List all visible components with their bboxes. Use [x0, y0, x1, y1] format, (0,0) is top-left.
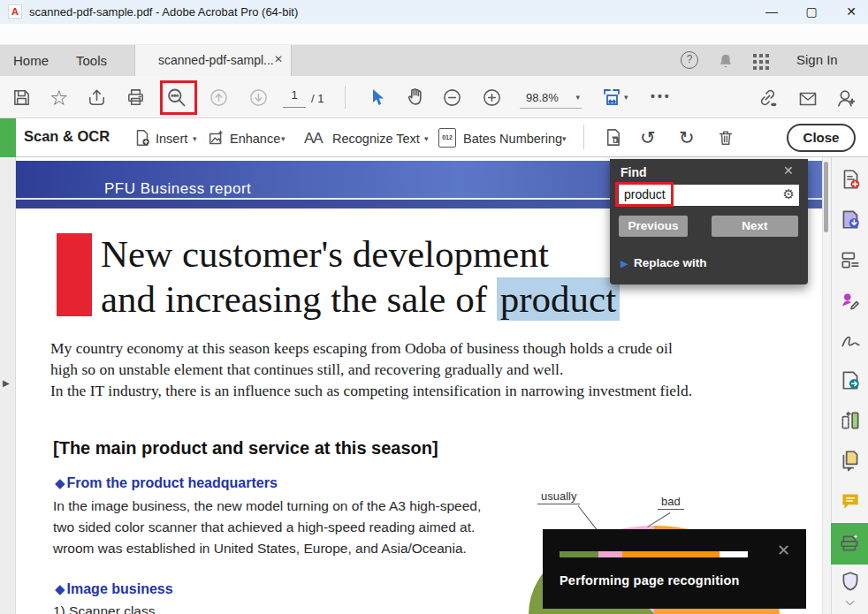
share-link-icon[interactable]	[757, 87, 779, 109]
expand-left-panel-handle[interactable]: ▶	[3, 378, 10, 388]
ocr-toolbar-title: Scan & OCR	[24, 128, 110, 145]
chevron-down-icon[interactable]: ▾	[424, 134, 429, 143]
bates-numbering-dropdown[interactable]: Bates Numbering	[463, 132, 562, 146]
bates-numbering-icon: 012	[438, 128, 456, 148]
page-number-input[interactable]: 1	[283, 88, 306, 108]
paragraph-line: high so on unstable element that continu…	[50, 360, 563, 379]
search-hit-highlight: product	[497, 277, 620, 321]
banner-title: PFU Business report	[104, 180, 251, 198]
insert-pages-icon[interactable]	[133, 128, 152, 148]
tab-home[interactable]: Home	[13, 53, 49, 68]
export-pdf-icon[interactable]	[839, 208, 862, 231]
close-window-button[interactable]: ✕	[838, 2, 864, 21]
minimize-button[interactable]: —	[758, 2, 785, 21]
tab-bar	[0, 45, 868, 76]
chevron-down-icon: ▾	[575, 93, 580, 102]
rotate-clockwise-icon[interactable]: ↻	[679, 127, 695, 148]
page-total-label: / 1	[311, 92, 324, 105]
diamond-bullet-icon: ◆	[55, 475, 65, 490]
find-close-icon[interactable]: ✕	[783, 163, 794, 178]
notifications-bell-icon[interactable]	[716, 51, 735, 71]
annotation-box-search-icon	[160, 80, 197, 115]
email-icon[interactable]	[797, 88, 819, 110]
enhance-scan-icon[interactable]	[207, 128, 226, 148]
create-pdf-icon[interactable]	[839, 168, 862, 191]
replace-expand-arrow-icon[interactable]: ▶	[621, 258, 628, 269]
subsection1-title: ◆From the product headquarters	[55, 475, 278, 491]
paragraph-line: In the IT industry, there is an influenc…	[50, 382, 692, 400]
section-heading: [The main product and service at this se…	[53, 438, 438, 459]
hand-pan-tool-icon[interactable]	[405, 86, 427, 108]
send-for-comments-icon[interactable]	[839, 368, 862, 391]
apps-grid-icon[interactable]	[753, 54, 757, 57]
find-previous-button[interactable]: Previous	[619, 216, 688, 237]
pie-label-bad: bad	[658, 495, 684, 510]
more-tools-chevron-icon[interactable]	[842, 597, 857, 610]
tab-tools[interactable]: Tools	[76, 53, 107, 68]
headline-line1: New customer's development	[101, 233, 549, 275]
tab-close-icon[interactable]: ✕	[274, 53, 283, 65]
edit-pdf-icon[interactable]	[839, 248, 862, 271]
subsection2-title: ◆Image business	[55, 581, 173, 597]
next-page-icon[interactable]	[248, 87, 269, 108]
acrobat-app-icon: A	[8, 4, 22, 19]
account-share-icon[interactable]	[834, 87, 857, 110]
recognize-text-icon: AA	[304, 130, 323, 148]
chevron-down-icon[interactable]: ▾	[281, 134, 286, 143]
sign-in-button[interactable]: Sign In	[796, 52, 838, 67]
zoom-in-icon[interactable]	[482, 87, 502, 108]
close-ocr-button[interactable]: Close	[787, 124, 856, 152]
chevron-down-icon[interactable]: ▾	[193, 134, 197, 143]
subsection1-line: two sided color scanner that achieved a …	[53, 519, 475, 535]
find-options-gear-icon[interactable]: ⚙	[783, 186, 795, 202]
request-signatures-icon[interactable]	[839, 289, 862, 312]
scrollbar-thumb[interactable]	[824, 162, 828, 232]
crop-pages-icon[interactable]	[603, 127, 623, 148]
tab-document[interactable]: scanned-pdf-sampl... ✕	[134, 45, 292, 76]
find-next-button[interactable]: Next	[712, 216, 798, 237]
select-pointer-tool-icon[interactable]	[367, 86, 388, 109]
scan-and-ocr-active-tool[interactable]	[831, 523, 868, 565]
chevron-down-icon[interactable]: ▾	[562, 134, 567, 143]
replace-with-toggle[interactable]: Replace with	[634, 256, 707, 269]
star-favorites-icon[interactable]: ☆	[49, 86, 69, 110]
save-icon[interactable]	[11, 87, 32, 108]
toast-message: Performing page recognition	[560, 573, 740, 587]
help-icon[interactable]: ?	[681, 51, 698, 69]
ocr-active-strip	[0, 118, 16, 157]
document-headline: New customer's development and increasin…	[101, 231, 620, 322]
progress-bar	[560, 551, 748, 557]
subsection1-line: In the image business, the new model tur…	[53, 498, 481, 514]
fill-and-sign-icon[interactable]	[839, 329, 862, 352]
scan-and-ocr-icon	[838, 532, 861, 555]
toast-close-icon[interactable]: ✕	[777, 541, 790, 560]
zoom-out-icon[interactable]	[442, 87, 462, 108]
pie-label-usually: usually	[537, 489, 580, 504]
headline-line2: and increasing the sale of	[101, 278, 497, 320]
paragraph-line: My country economy at this season keeps …	[50, 339, 673, 358]
headline-red-bar	[57, 233, 92, 316]
previous-page-icon[interactable]	[209, 87, 229, 108]
print-icon[interactable]	[126, 87, 146, 108]
delete-pages-icon[interactable]	[716, 128, 735, 148]
fit-width-icon[interactable]	[601, 86, 622, 109]
organize-pages-icon[interactable]	[839, 409, 862, 432]
enhance-dropdown[interactable]: Enhance	[230, 132, 280, 146]
recognize-text-dropdown[interactable]: Recognize Text	[332, 132, 420, 146]
share-upload-icon[interactable]	[87, 87, 107, 108]
insert-dropdown[interactable]: Insert	[156, 132, 187, 146]
document-tab-label: scanned-pdf-sampl...	[158, 53, 274, 67]
progress-segment	[720, 551, 748, 557]
comment-icon[interactable]	[839, 489, 862, 512]
progress-segment	[622, 551, 720, 557]
progress-segment	[598, 551, 622, 557]
more-tools-icon[interactable]: •••	[651, 89, 672, 103]
find-panel: Find ✕ product ⚙ Previous Next ▶ Replace…	[610, 159, 808, 284]
maximize-button[interactable]: ▢	[798, 2, 825, 21]
protect-pdf-icon[interactable]	[839, 570, 862, 593]
chevron-down-icon[interactable]: ▾	[624, 93, 628, 102]
combine-files-icon[interactable]	[839, 449, 862, 472]
subsection1-line: wroom was established in United States, …	[53, 541, 467, 557]
rotate-counterclockwise-icon[interactable]: ↺	[640, 127, 656, 148]
zoom-level-dropdown[interactable]: 98.8% ▾	[520, 87, 582, 109]
